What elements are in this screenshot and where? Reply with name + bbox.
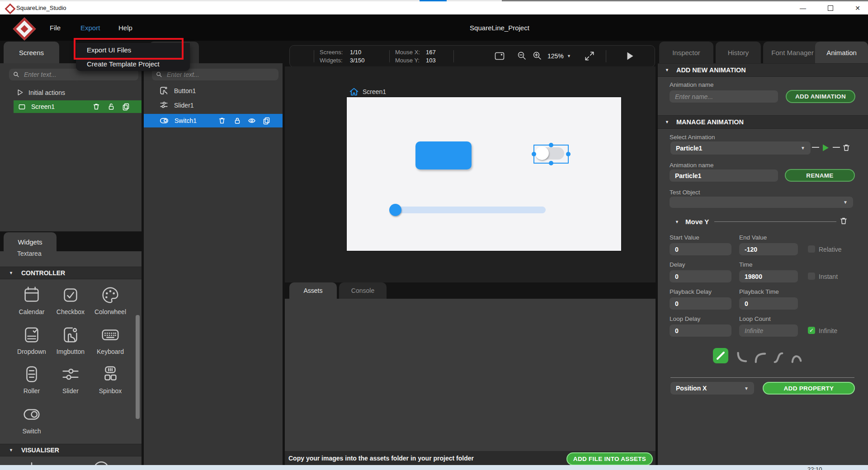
- play-selected-animation-icon[interactable]: [821, 143, 830, 152]
- menu-file[interactable]: File: [43, 14, 67, 41]
- property-select-dropdown[interactable]: Position X ▼: [670, 382, 754, 395]
- widget-switch[interactable]: Switch: [12, 404, 51, 435]
- close-button[interactable]: ✕: [847, 1, 868, 14]
- delete-property-icon[interactable]: [839, 216, 848, 226]
- tab-font-manager[interactable]: Font Manager: [763, 42, 822, 63]
- easing-linear-selected[interactable]: [713, 348, 728, 363]
- loop-delay-input[interactable]: [670, 324, 731, 337]
- assets-panel-body[interactable]: [285, 299, 656, 451]
- duplicate-widget-icon[interactable]: [263, 117, 271, 125]
- overshoot-icon[interactable]: [791, 352, 802, 363]
- os-taskbar[interactable]: 22:10: [0, 465, 868, 470]
- widget-imgbutton[interactable]: Imgbutton: [51, 324, 90, 355]
- unlock-screen-icon[interactable]: [107, 103, 115, 111]
- ease-out-icon[interactable]: [755, 352, 766, 363]
- time-input[interactable]: [739, 270, 798, 282]
- add-animation-button[interactable]: ADD ANIMATION: [786, 90, 855, 103]
- minimize-button[interactable]: —: [793, 1, 813, 14]
- hierarchy-item-button1[interactable]: Button1: [159, 86, 196, 95]
- collapse-arrow-icon[interactable]: ▼: [675, 220, 679, 224]
- widget-dropdown[interactable]: Dropdown: [12, 324, 51, 355]
- delete-screen-icon[interactable]: [92, 103, 100, 111]
- start-value-input[interactable]: [670, 243, 731, 255]
- tab-inspector[interactable]: Inspector: [659, 42, 713, 63]
- ease-in-out-icon[interactable]: [773, 352, 784, 363]
- test-object-dropdown[interactable]: ▼: [670, 197, 853, 208]
- rename-button[interactable]: RENAME: [785, 169, 855, 182]
- widget-colorwheel[interactable]: Colorwheel: [91, 285, 130, 315]
- tab-assets[interactable]: Assets: [289, 282, 337, 299]
- clipped-widget-icon: [21, 460, 42, 465]
- duplicate-screen-icon[interactable]: [122, 103, 130, 111]
- selection-handle-bottom[interactable]: [549, 161, 553, 165]
- zoom-level-value[interactable]: 125%: [547, 52, 564, 60]
- controller-section-header[interactable]: ▼ CONTROLLER: [0, 267, 142, 279]
- selection-rectangle[interactable]: [533, 145, 569, 164]
- select-animation-dropdown[interactable]: Particle1 ▼: [670, 141, 811, 155]
- ease-in-icon[interactable]: [736, 352, 747, 363]
- hierarchy-search-input[interactable]: [166, 70, 266, 79]
- widget-keyboard[interactable]: Keyboard: [91, 324, 130, 355]
- zoom-out-icon[interactable]: [517, 51, 528, 61]
- screen1-canvas[interactable]: [347, 97, 621, 251]
- screens-search-input[interactable]: [23, 70, 125, 79]
- animation-name-input[interactable]: [670, 90, 778, 103]
- spinbox-icon: [100, 364, 121, 385]
- widget-calendar[interactable]: Calendar: [12, 285, 51, 315]
- widget-spinbox[interactable]: Spinbox: [91, 364, 130, 395]
- lock-widget-icon[interactable]: [233, 117, 241, 125]
- delete-animation-icon[interactable]: [842, 143, 851, 152]
- selection-handle-top[interactable]: [549, 143, 553, 147]
- tab-animation[interactable]: Animation: [815, 42, 868, 63]
- fit-to-screen-icon[interactable]: [584, 50, 595, 62]
- delete-widget-icon[interactable]: [218, 117, 226, 125]
- hierarchy-item-slider1[interactable]: Slider1: [159, 100, 194, 110]
- canvas-screen-label[interactable]: Screen1: [363, 88, 386, 95]
- hierarchy-item-switch1-selected[interactable]: Switch1: [144, 114, 283, 127]
- maximize-button[interactable]: [820, 1, 841, 14]
- widget-checkbox[interactable]: Checkbox: [51, 285, 90, 315]
- widget-textarea-label[interactable]: Textarea: [17, 251, 42, 257]
- relative-checkbox[interactable]: [808, 245, 815, 253]
- add-file-into-assets-button[interactable]: ADD FILE INTO ASSETS: [566, 452, 653, 465]
- canvas-toolbar: Screens: 1/10 Widgets: 3/150 Mouse X: 16…: [289, 45, 655, 67]
- instant-checkbox[interactable]: [808, 273, 815, 280]
- screenshot-image-icon[interactable]: [494, 51, 505, 61]
- selection-handle-left[interactable]: [532, 152, 536, 156]
- widget-roller[interactable]: Roller: [12, 364, 51, 395]
- tab-history[interactable]: History: [716, 42, 761, 63]
- zoom-caret-icon[interactable]: ▼: [567, 54, 571, 58]
- add-new-animation-header[interactable]: ▼ ADD NEW ANIMATION: [658, 63, 868, 77]
- visibility-eye-icon[interactable]: [248, 117, 256, 125]
- manage-animation-header[interactable]: ▼ MANAGE ANIMATION: [658, 115, 868, 129]
- window-title: SquareLine_Studio: [16, 5, 66, 11]
- zoom-in-icon[interactable]: [532, 51, 543, 61]
- screen1-item-selected[interactable]: Screen1: [14, 100, 142, 113]
- canvas-slider1-track[interactable]: [394, 207, 546, 213]
- tab-widgets[interactable]: Widgets: [4, 232, 57, 251]
- loop-count-input[interactable]: [739, 324, 798, 337]
- add-property-button[interactable]: ADD PROPERTY: [763, 382, 855, 395]
- menu-item-create-template-project[interactable]: Create Template Project: [76, 57, 190, 71]
- menu-export[interactable]: Export: [74, 14, 106, 41]
- rename-animation-input[interactable]: [670, 169, 778, 182]
- selection-handle-right[interactable]: [566, 152, 571, 156]
- end-value-input[interactable]: [739, 243, 798, 255]
- widgets-scrollbar[interactable]: [136, 315, 140, 419]
- design-canvas-region[interactable]: Screen1: [285, 66, 656, 282]
- visualiser-section-header[interactable]: ▼ VISUALISER: [0, 444, 142, 456]
- move-y-property-header[interactable]: ▼ Move Y: [658, 216, 868, 230]
- canvas-slider1-knob[interactable]: [389, 204, 401, 216]
- delay-input[interactable]: [670, 270, 731, 282]
- play-animation-icon[interactable]: [624, 51, 635, 61]
- initial-actions-item[interactable]: Initial actions: [16, 89, 65, 96]
- tab-console[interactable]: Console: [339, 282, 387, 299]
- canvas-button1[interactable]: [415, 141, 472, 169]
- playback-delay-input[interactable]: [670, 297, 731, 310]
- widget-slider[interactable]: Slider: [51, 364, 90, 395]
- tab-screens[interactable]: Screens: [4, 42, 59, 63]
- menu-item-export-ui-files[interactable]: Export UI Files: [76, 43, 190, 57]
- playback-time-input[interactable]: [739, 297, 798, 310]
- menu-help[interactable]: Help: [112, 14, 139, 41]
- infinite-checkbox[interactable]: ✓: [808, 327, 815, 334]
